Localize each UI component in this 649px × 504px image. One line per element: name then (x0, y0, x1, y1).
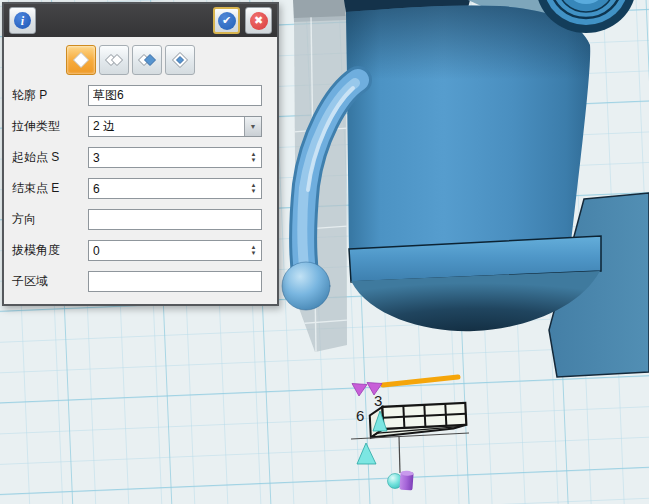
start-point-spinner[interactable]: ▲ ▼ (246, 148, 261, 167)
start-point-input[interactable] (88, 147, 262, 168)
ok-button[interactable]: ✔ (213, 7, 240, 34)
direction-input[interactable] (88, 209, 262, 230)
spinner-down-icon[interactable]: ▼ (251, 189, 257, 194)
subregion-label: 子区域 (12, 273, 88, 290)
end-point-field: ▲ ▼ (88, 178, 262, 199)
spinner-down-icon[interactable]: ▼ (251, 251, 257, 256)
check-icon: ✔ (218, 12, 236, 30)
dim-label-end: 6 (356, 407, 364, 424)
diamond-blue-dot-icon (169, 51, 191, 69)
extrude-add-button[interactable] (99, 45, 129, 75)
field-row-subregion: 子区域 (12, 271, 277, 292)
subregion-field (88, 271, 262, 292)
start-point-label: 起始点 S (12, 149, 88, 166)
diamond-double-icon (103, 51, 125, 69)
cancel-button[interactable]: ✖ (245, 7, 272, 34)
end-point-spinner[interactable]: ▲ ▼ (246, 179, 261, 198)
draft-angle-field: ▲ ▼ (88, 240, 262, 261)
chevron-down-icon: ▼ (250, 123, 257, 130)
profile-label: 轮廓 P (12, 87, 88, 104)
profile-input[interactable] (88, 85, 262, 106)
field-row-draft-angle: 拔模角度 ▲ ▼ (12, 240, 277, 261)
spinner-down-icon[interactable]: ▼ (251, 158, 257, 163)
dialog-titlebar[interactable]: i ✔ ✖ (4, 4, 277, 37)
extrude-type-select[interactable]: ▼ (88, 116, 262, 137)
extrude-mode-toolbar (66, 45, 277, 75)
info-icon: i (14, 12, 31, 29)
info-button[interactable]: i (9, 7, 36, 34)
field-row-direction: 方向 (12, 209, 277, 230)
end-point-input[interactable] (88, 178, 262, 199)
profile-field (88, 85, 262, 106)
draft-angle-label: 拔模角度 (12, 242, 88, 259)
dropdown-button[interactable]: ▼ (244, 117, 261, 136)
draft-angle-spinner[interactable]: ▲ ▼ (246, 241, 261, 260)
field-row-extrude-type: 拉伸类型 ▼ (12, 116, 277, 137)
extrude-dialog: i ✔ ✖ (2, 2, 279, 306)
diamond-single-icon (70, 51, 92, 69)
application-window: 3 6 i ✔ ✖ (0, 0, 649, 504)
end-point-label: 结束点 E (12, 180, 88, 197)
origin-cylinder-handle[interactable] (399, 470, 413, 490)
field-row-end-point: 结束点 E ▲ ▼ (12, 178, 277, 199)
extrude-type-input[interactable] (88, 116, 262, 137)
field-row-profile: 轮廓 P (12, 85, 277, 106)
draft-angle-input[interactable] (88, 240, 262, 261)
dim-label-start: 3 (374, 392, 382, 409)
extrude-intersect-button[interactable] (165, 45, 195, 75)
close-icon: ✖ (250, 12, 268, 30)
extrude-remove-button[interactable] (132, 45, 162, 75)
direction-label: 方向 (12, 211, 88, 228)
extrude-base-button[interactable] (66, 45, 96, 75)
diamond-blue-right-icon (136, 51, 158, 69)
extrude-type-label: 拉伸类型 (12, 118, 88, 135)
direction-field (88, 209, 262, 230)
subregion-input[interactable] (88, 271, 262, 292)
handle-ball-end[interactable] (282, 262, 330, 310)
field-row-start-point: 起始点 S ▲ ▼ (12, 147, 277, 168)
start-point-field: ▲ ▼ (88, 147, 262, 168)
